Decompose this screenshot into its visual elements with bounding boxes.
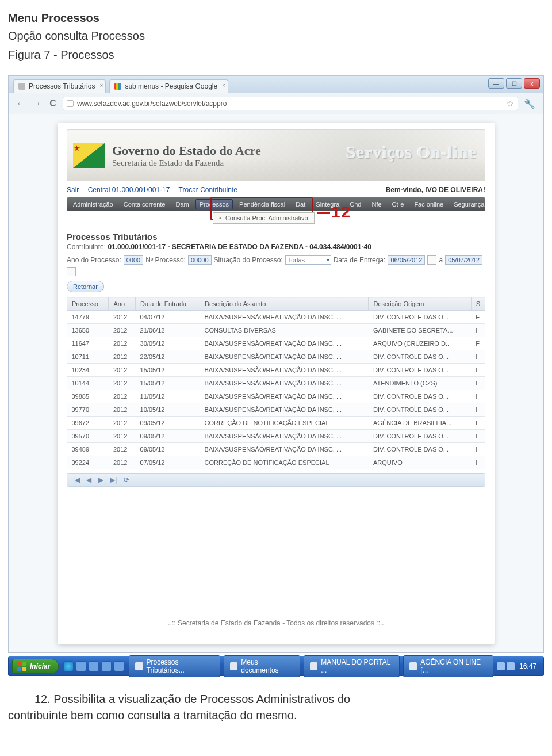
taskbar-task-button[interactable]: AGÊNCIA ON LINE [… <box>403 655 493 677</box>
col-ano[interactable]: Ano <box>109 297 136 311</box>
table-row[interactable]: 09224201207/05/12CORREÇÃO DE NOTIFICAÇÃO… <box>67 456 485 469</box>
cell-ano: 2012 <box>109 324 136 337</box>
table-row[interactable]: 10711201222/05/12BAIXA/SUSPENSÃO/REATIVA… <box>67 350 485 364</box>
submenu-consulta-proc[interactable]: • Consulta Proc. Administrativo <box>213 212 315 224</box>
tab-close-icon[interactable]: × <box>222 82 225 89</box>
pager-first-button[interactable]: |◀ <box>73 476 80 484</box>
menu-conta-corrente[interactable]: Conta corrente <box>120 199 170 209</box>
menu-dam[interactable]: Dam <box>171 199 193 209</box>
filter-a-text: a <box>439 256 443 264</box>
cell-origem: DIV. CONTROLE DAS O... <box>369 390 471 403</box>
cell-origem: DIV. CONTROLE DAS O... <box>369 311 471 324</box>
cell-origem: ARQUIVO <box>369 456 471 469</box>
filter-ano-input[interactable]: 0000 <box>124 255 143 265</box>
cell-s: I <box>471 430 485 443</box>
cell-data: 09/05/12 <box>136 430 200 443</box>
contribuinte-line: Contribuinte: 01.000.001/001-17 - SECRET… <box>67 243 485 251</box>
menu-processos[interactable]: Processos <box>195 199 233 209</box>
quick-ie-icon[interactable] <box>63 661 74 671</box>
cell-assunto: CONSULTAS DIVERSAS <box>200 324 369 337</box>
col-s[interactable]: S <box>471 297 485 311</box>
table-row[interactable]: 14779201204/07/12BAIXA/SUSPENSÃO/REATIVA… <box>67 311 485 324</box>
page-body: Governo do Estado do Acre Secretaria de … <box>9 114 543 652</box>
link-sair[interactable]: Sair <box>67 186 79 194</box>
quick-icon[interactable] <box>101 661 112 671</box>
col-processo[interactable]: Processo <box>67 297 109 311</box>
task-label: MANUAL DO PORTAL ... <box>321 658 393 674</box>
browser-tab-2[interactable]: sub menus - Pesquisa Google × <box>109 79 228 93</box>
forward-button[interactable]: → <box>30 97 43 110</box>
window-maximize-button[interactable]: ☐ <box>506 78 522 89</box>
table-row[interactable]: 09672201209/05/12CORREÇÃO DE NOTIFICAÇÃO… <box>67 417 485 430</box>
quick-icon[interactable] <box>114 661 124 671</box>
back-button[interactable]: ← <box>14 97 27 110</box>
quick-icon[interactable] <box>76 661 86 671</box>
acre-flag-icon <box>73 143 105 168</box>
taskbar-task-button[interactable]: Meus documentos <box>224 655 300 677</box>
cell-processo: 09489 <box>67 443 109 456</box>
menu-nfe[interactable]: Nfe <box>367 199 385 209</box>
quick-icon[interactable] <box>89 661 99 671</box>
filter-date-to-input[interactable]: 05/07/2012 <box>445 255 482 265</box>
cell-ano: 2012 <box>109 364 136 377</box>
table-row[interactable]: 13650201221/06/12CONSULTAS DIVERSASGABIN… <box>67 324 485 337</box>
cell-s: I <box>471 324 485 337</box>
col-data[interactable]: Data de Entrada <box>136 297 200 311</box>
table-row[interactable]: 10144201215/05/12BAIXA/SUSPENSÃO/REATIVA… <box>67 377 485 390</box>
cell-data: 04/07/12 <box>136 311 200 324</box>
table-row[interactable]: 11647201230/05/12BAIXA/SUSPENSÃO/REATIVA… <box>67 337 485 350</box>
settings-wrench-icon[interactable]: 🔧 <box>522 98 538 109</box>
calendar-icon[interactable] <box>67 267 76 276</box>
col-origem[interactable]: Descrição Origem <box>369 297 471 311</box>
taskbar-task-button[interactable]: Processos Tributários... <box>129 655 220 677</box>
table-row[interactable]: 09770201210/05/12BAIXA/SUSPENSÃO/REATIVA… <box>67 403 485 417</box>
col-assunto[interactable]: Descrição do Assunto <box>200 297 369 311</box>
filter-situacao-select[interactable]: Todas ▾ <box>285 255 331 265</box>
table-row[interactable]: 09885201211/05/12BAIXA/SUSPENSÃO/REATIVA… <box>67 390 485 403</box>
cell-assunto: BAIXA/SUSPENSÃO/REATIVAÇÃO DA INSC. ... <box>200 311 369 324</box>
menu-seguranca[interactable]: Segurança <box>450 199 488 209</box>
filter-date-from-input[interactable]: 06/05/2012 <box>388 255 425 265</box>
processos-table: Processo Ano Data de Entrada Descrição d… <box>67 297 485 469</box>
reload-button[interactable]: C <box>47 97 59 110</box>
favicon-google-icon <box>114 83 121 90</box>
browser-window: Processos Tributários × sub menus - Pesq… <box>8 75 544 653</box>
cell-origem: AGÊNCIA DE BRASILEIA... <box>369 417 471 430</box>
browser-tab-1[interactable]: Processos Tributários × <box>13 79 106 93</box>
cell-origem: DIV. CONTROLE DAS O... <box>369 350 471 364</box>
bookmark-star-icon[interactable]: ☆ <box>507 99 514 108</box>
menu-pendencia-fiscal[interactable]: Pendência fiscal <box>235 199 289 209</box>
contribuinte-value: 01.000.001/001-17 - SECRETARIA DE ESTADO… <box>108 243 371 251</box>
table-row[interactable]: 10234201215/05/12BAIXA/SUSPENSÃO/REATIVA… <box>67 364 485 377</box>
window-close-button[interactable]: x <box>524 78 540 89</box>
tray-icon[interactable] <box>507 662 515 670</box>
table-row[interactable]: 09489201209/05/12BAIXA/SUSPENSÃO/REATIVA… <box>67 443 485 456</box>
annotation-dash-icon <box>317 212 330 214</box>
link-central[interactable]: Central 01.000.001/001-17 <box>88 186 170 194</box>
window-minimize-button[interactable]: — <box>488 78 504 89</box>
pager-refresh-button[interactable]: ⟳ <box>124 476 129 484</box>
tab-title: Processos Tributários <box>29 82 95 90</box>
cell-ano: 2012 <box>109 337 136 350</box>
calendar-icon[interactable] <box>427 255 436 265</box>
menu-fac-online[interactable]: Fac online <box>410 199 447 209</box>
start-button[interactable]: Iniciar <box>12 659 59 674</box>
url-bar[interactable]: www.sefazdev.ac.gov.br/sefazweb/servlet/… <box>63 97 518 110</box>
table-row[interactable]: 09570201209/05/12BAIXA/SUSPENSÃO/REATIVA… <box>67 430 485 443</box>
menu-cte[interactable]: Ct-e <box>388 199 408 209</box>
tab-close-icon[interactable]: × <box>100 82 103 89</box>
cell-origem: GABINETE DO SECRETA... <box>369 324 471 337</box>
link-trocar-contribuinte[interactable]: Trocar Contribuinte <box>179 186 237 194</box>
doc-heading: Menu Processos <box>8 12 552 25</box>
menu-administracao[interactable]: Administração <box>69 199 117 209</box>
pager-prev-button[interactable]: ◀ <box>86 476 91 484</box>
table-header-row: Processo Ano Data de Entrada Descrição d… <box>67 297 485 311</box>
tray-icon[interactable] <box>497 662 505 670</box>
pager-last-button[interactable]: ▶| <box>110 476 117 484</box>
menu-dat[interactable]: Dat <box>292 199 309 209</box>
pager-next-button[interactable]: ▶ <box>98 476 103 484</box>
start-label: Iniciar <box>30 662 50 670</box>
filter-numero-input[interactable]: 00000 <box>188 255 212 265</box>
taskbar-task-button[interactable]: MANUAL DO PORTAL ... <box>304 655 400 677</box>
retornar-button[interactable]: Retornar <box>67 281 104 292</box>
